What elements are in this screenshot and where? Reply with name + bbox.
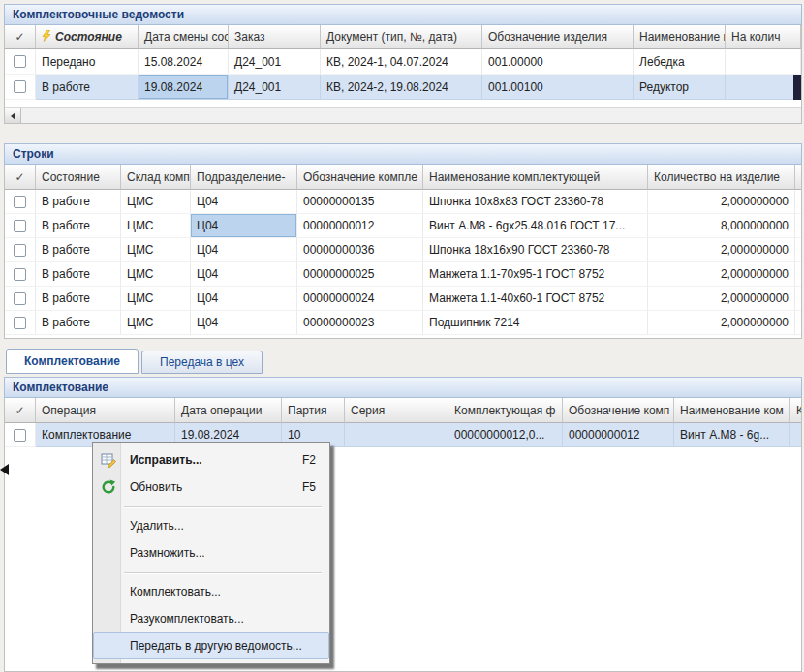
edit-grid-icon (99, 452, 118, 468)
menu-item-label: Исправить... (130, 453, 202, 467)
cell-qty: 8,000000000 (648, 214, 795, 238)
cell-division: Ц04 (191, 262, 297, 287)
column-header-name[interactable]: Наименование изд (634, 25, 726, 49)
empty-icon-slot (99, 518, 118, 534)
cell-extra (795, 287, 802, 311)
cell-name: Редуктор (634, 75, 726, 100)
table-header-row: ✓ Состояние Склад комп Подразделение- Об… (5, 165, 801, 190)
panel2-title: Строки (4, 143, 802, 165)
cell-warehouse: ЦМС (121, 214, 191, 238)
column-header-designation[interactable]: Обозначение изделия (482, 25, 634, 49)
row-checkbox[interactable] (14, 55, 26, 68)
row-checkbox[interactable] (14, 196, 26, 208)
cell-date-focused: 19.08.2024 (139, 75, 229, 100)
menu-separator (124, 501, 322, 512)
row-checkbox[interactable] (14, 268, 26, 281)
cell-qty: 2,000000000 (648, 190, 795, 214)
table-row-selected[interactable]: В работе 19.08.2024 Д24_001 КВ, 2024-2, … (5, 75, 801, 100)
bottom-tab-bar: Комплектование Передача в цех (6, 349, 263, 374)
row-checkbox[interactable] (14, 429, 26, 442)
cell-state: В работе (36, 287, 121, 311)
empty-icon-slot (99, 638, 118, 654)
column-header-batch[interactable]: Партия (282, 398, 345, 423)
select-all-column-header[interactable]: ✓ (5, 398, 36, 423)
panel-lines: Строки ✓ Состояние Склад комп Подразделе… (4, 143, 802, 339)
cell-state: В работе (36, 190, 121, 214)
context-menu: Исправить... F2 Обновить F5 Удалить... Р… (92, 442, 330, 664)
cell-name: Манжета 1.1-40x60-1 ГОСТ 8752 (423, 287, 648, 311)
panel3-title: Комплектование (4, 377, 802, 398)
table-row[interactable]: В работе ЦМС Ц04 00000000135 Шпонка 10x8… (5, 190, 801, 214)
column-header-operation[interactable]: Операция (36, 398, 175, 423)
panel1-title: Комплектовочные ведомости (4, 4, 802, 25)
column-header-name[interactable]: Наименование комплектующей (423, 165, 648, 190)
select-all-column-header[interactable]: ✓ (5, 25, 36, 49)
menu-item-shortcut: F5 (302, 480, 316, 494)
column-header-date[interactable]: Дата смены сост (139, 25, 229, 49)
cell-order: Д24_001 (229, 49, 321, 75)
row-checkbox[interactable] (14, 292, 26, 305)
table-row[interactable]: В работе ЦМС Ц04 00000000023 Подшипник 7… (5, 311, 801, 335)
scroll-left-button[interactable] (5, 108, 21, 123)
column-header-qty[interactable]: На колич (726, 25, 801, 49)
cell-division: Ц04 (191, 311, 297, 335)
cell-division-focused: Ц04 (191, 214, 297, 238)
cell-designation: 001.00000 (482, 49, 634, 75)
menu-item-label: Комплектовать... (130, 585, 221, 598)
row-select-cell (5, 214, 36, 238)
column-header-date[interactable]: Дата операции (175, 398, 282, 423)
table-row[interactable]: В работе ЦМС Ц04 00000000024 Манжета 1.1… (5, 287, 801, 311)
menu-item-edit[interactable]: Исправить... F2 (93, 446, 329, 473)
column-header-component[interactable]: Комплектующая ф (448, 398, 563, 423)
menu-item-refresh[interactable]: Обновить F5 (93, 473, 329, 501)
cell-division: Ц04 (191, 287, 297, 311)
row-select-cell (5, 75, 36, 100)
filter-lightning-icon (42, 30, 51, 45)
select-all-column-header[interactable]: ✓ (5, 165, 36, 190)
cell-document: КВ, 2024-1, 04.07.2024 (321, 49, 482, 75)
column-header-designation[interactable]: Обозначение комп (563, 398, 674, 423)
check-column-icon: ✓ (15, 170, 24, 184)
column-header-state[interactable]: Состояние (36, 165, 121, 190)
column-header-series[interactable]: Серия (345, 398, 448, 423)
row-checkbox[interactable] (14, 244, 26, 257)
column-header-qty[interactable]: К (790, 398, 802, 423)
table-row[interactable]: В работе ЦМС Ц04 00000000012 Винт А.М8 -… (5, 214, 801, 238)
scrollbar-thumb-fragment (793, 75, 801, 100)
cell-name: Винт А.М8 - 6gx25.48.016 ГОСТ 17... (423, 214, 648, 238)
column-header-state[interactable]: Состояние (36, 25, 139, 49)
menu-item-label: Размножить... (130, 546, 205, 560)
table-row[interactable]: В работе ЦМС Ц04 00000000025 Манжета 1.1… (5, 262, 801, 287)
row-checkbox[interactable] (14, 80, 26, 93)
column-header-document[interactable]: Документ (тип, №, дата) (321, 25, 482, 49)
tab-komplektovanie[interactable]: Комплектование (6, 349, 139, 374)
row-checkbox[interactable] (14, 220, 26, 232)
row-select-cell (5, 262, 36, 287)
table-row[interactable]: Передано 15.08.2024 Д24_001 КВ, 2024-1, … (5, 49, 801, 75)
menu-item-shortcut: F2 (302, 453, 316, 467)
menu-item-komplektovat[interactable]: Комплектовать... (93, 578, 329, 605)
row-checkbox[interactable] (14, 317, 26, 329)
column-header-name[interactable]: Наименование ком (674, 398, 790, 423)
column-header-order[interactable]: Заказ (229, 25, 321, 49)
cell-division: Ц04 (191, 238, 297, 262)
column-header-division[interactable]: Подразделение- (191, 165, 297, 190)
row-select-cell (5, 311, 36, 335)
menu-item-duplicate[interactable]: Размножить... (93, 539, 329, 566)
lines-table: ✓ Состояние Склад комп Подразделение- Об… (4, 165, 802, 339)
cell-extra (795, 311, 802, 335)
table-row[interactable]: В работе ЦМС Ц04 00000000036 Шпонка 18x1… (5, 238, 801, 262)
column-header-warehouse[interactable]: Склад комп (121, 165, 191, 190)
column-header-extra[interactable] (795, 165, 802, 190)
column-header-designation[interactable]: Обозначение компле (297, 165, 423, 190)
column-header-qty[interactable]: Количество на изделие (648, 165, 795, 190)
cell-series (345, 423, 448, 447)
tab-peredacha-v-tseh[interactable]: Передача в цех (141, 351, 263, 374)
cell-designation: 00000000036 (297, 238, 423, 262)
menu-item-delete[interactable]: Удалить... (93, 512, 329, 539)
cell-qty (790, 423, 802, 447)
menu-item-transfer-to-other-list[interactable]: Передать в другую ведомость... (93, 632, 329, 659)
menu-item-razukomplektovat[interactable]: Разукомплектовать... (93, 605, 329, 632)
horizontal-scrollbar[interactable] (5, 107, 801, 123)
cell-warehouse: ЦМС (121, 190, 191, 214)
